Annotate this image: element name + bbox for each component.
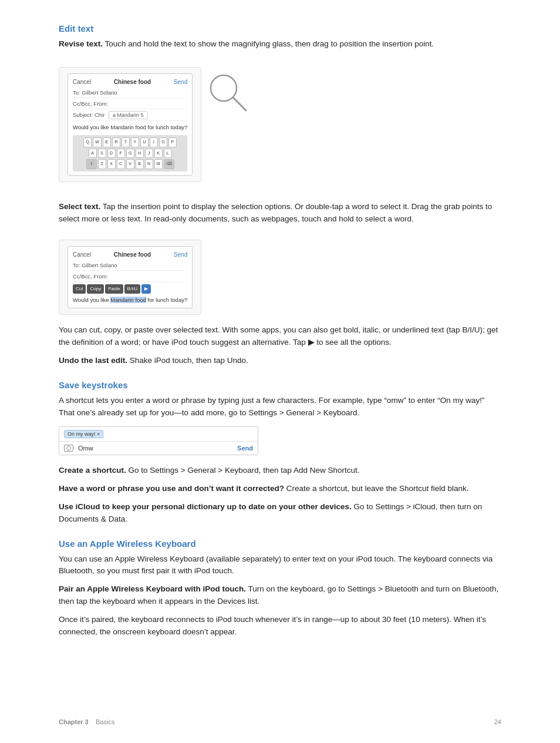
select-text-label: Select text. xyxy=(59,202,100,211)
apple-keyboard-body1: You can use an Apple Wireless Keyboard (… xyxy=(59,553,501,578)
send-button-mock: Send xyxy=(237,445,253,452)
undo-body: Shake iPod touch, then tap Undo. xyxy=(130,356,248,365)
mock-body-1: Would you like Mandarin food for lunch t… xyxy=(73,123,187,132)
create-shortcut-body: Go to Settings > General > Keyboard, the… xyxy=(129,466,360,475)
mock-to-1: To: Gilbert Solano xyxy=(73,88,187,98)
page-number: 24 xyxy=(494,718,501,725)
mock-to-2: To: Gilbert Solano xyxy=(73,261,187,271)
chapter-label: Chapter 3 Basics xyxy=(59,718,114,725)
save-keystrokes-body: A shortcut lets you enter a word or phra… xyxy=(59,395,501,419)
mock-cancel-2: Cancel xyxy=(73,250,91,259)
pair-label: Pair an Apple Wireless Keyboard with iPo… xyxy=(59,584,246,593)
magnify-popup: a Mandarin 5 xyxy=(109,111,148,119)
magnify-svg xyxy=(206,70,253,117)
pair-paragraph: Pair an Apple Wireless Keyboard with iPo… xyxy=(59,583,501,608)
have-word-body: Create a shortcut, but leave the Shortcu… xyxy=(286,484,469,493)
have-word-label: Have a word or phrase you use and don’t … xyxy=(59,484,284,493)
save-keystrokes-section: Save keystrokes A shortcut lets you ente… xyxy=(59,380,501,526)
omw-preview: On my way! × xyxy=(68,431,100,437)
mock-send-2: Send xyxy=(174,250,187,259)
edit-text-section: Edit text Revise text. Touch and hold th… xyxy=(59,23,501,367)
apple-keyboard-title: Use an Apple Wireless Keyboard xyxy=(59,539,501,549)
create-shortcut-paragraph: Create a shortcut. Go to Settings > Gene… xyxy=(59,465,501,477)
select-text-paragraph: Select text. Tap the insertion point to … xyxy=(59,201,501,226)
revise-text-body: Touch and hold the text to show the magn… xyxy=(105,39,434,48)
mock-email-2: Cancel Chinese food Send To: Gilbert Sol… xyxy=(68,246,193,309)
mock-subject-field-1: Subject: Chir a Mandarin 5 xyxy=(73,110,187,121)
create-shortcut-label: Create a shortcut. xyxy=(59,466,126,475)
mock-email-illustration-1: Cancel Chinese food Send To: Gilbert Sol… xyxy=(59,59,501,191)
revise-text-paragraph: Revise text. Touch and hold the text to … xyxy=(59,38,501,51)
mock-cancel-1: Cancel xyxy=(73,78,91,86)
save-keystrokes-title: Save keystrokes xyxy=(59,380,501,390)
icloud-paragraph: Use iCloud to keep your personal diction… xyxy=(59,501,501,526)
camera-icon xyxy=(64,445,73,452)
selection-toolbar: Cut Copy Paste B/I/U ▶ xyxy=(73,284,187,294)
arrow-btn: ▶ xyxy=(141,284,151,294)
biu-btn: B/I/U xyxy=(124,284,141,294)
cut-btn: Cut xyxy=(73,284,86,294)
mock-subject-2: Chinese food xyxy=(114,250,151,259)
mock-keyboard-1: Q W E R T Y U I O P A S D xyxy=(73,135,187,172)
shortcut-illustration: On my way! × Omw Send xyxy=(59,426,258,455)
have-word-paragraph: Have a word or phrase you use and don’t … xyxy=(59,483,501,495)
mock-cc-2: Cc/Bcc, From: xyxy=(73,272,187,282)
select-text-body: Tap the insertion point to display the s… xyxy=(59,202,492,223)
omw-type-text: Omw xyxy=(78,445,232,452)
copy-btn: Copy xyxy=(87,284,104,294)
page-footer: Chapter 3 Basics 24 xyxy=(0,718,560,725)
once-paired-paragraph: Once it’s paired, the keyboard reconnect… xyxy=(59,614,501,638)
shortcut-top: On my way! × xyxy=(59,427,258,442)
magnifying-glass-decoration xyxy=(206,70,253,117)
undo-paragraph: Undo the last edit. Shake iPod touch, th… xyxy=(59,355,501,367)
mock-cc-1: Cc/Bcc, From: xyxy=(73,99,187,109)
omw-tag: On my way! × xyxy=(64,430,103,438)
copy-paste-paragraph: You can cut, copy, or paste over selecte… xyxy=(59,324,501,349)
mock-subject-1: Chinese food xyxy=(114,78,151,86)
mock-send-1: Send xyxy=(174,78,187,86)
paste-btn: Paste xyxy=(105,284,123,294)
mock-email-box-1: Cancel Chinese food Send To: Gilbert Sol… xyxy=(59,67,201,182)
edit-text-title: Edit text xyxy=(59,23,501,33)
shortcut-bottom: Omw Send xyxy=(59,442,258,455)
svg-line-1 xyxy=(233,98,246,110)
mock-email-illustration-2: Cancel Chinese food Send To: Gilbert Sol… xyxy=(59,240,201,315)
apple-keyboard-section: Use an Apple Wireless Keyboard You can u… xyxy=(59,539,501,639)
undo-label: Undo the last edit. xyxy=(59,356,127,365)
mock-body-2: Would you like Mandarin food for lunch t… xyxy=(73,296,187,304)
icloud-label: Use iCloud to keep your personal diction… xyxy=(59,502,352,511)
revise-text-label: Revise text. xyxy=(59,39,103,48)
mock-email-1: Cancel Chinese food Send To: Gilbert Sol… xyxy=(68,73,193,176)
highlighted-text: Mandarin food xyxy=(110,297,146,303)
